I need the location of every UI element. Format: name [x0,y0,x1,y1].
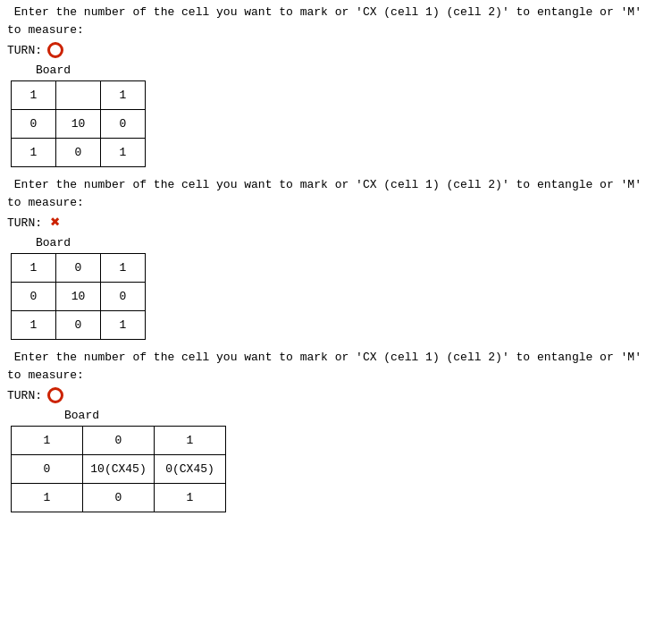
cell-1-1: 10 [56,283,101,311]
cell-2-2: 1 [101,311,146,340]
cell-1-2: 0 [101,283,146,311]
table-row: 0 10 0 [12,110,146,139]
cell-0-1: 0 [56,254,101,283]
board-section-2: Board 1 0 1 0 10 0 1 0 1 [7,236,665,340]
cell-2-1: 0 [83,484,155,512]
prompt-text-1: Enter the number of the cell you want to… [7,4,665,38]
board-table-2: 1 0 1 0 10 0 1 0 1 [11,253,146,340]
cell-0-1: 0 [83,427,155,455]
cell-2-0: 1 [12,139,56,167]
cell-1-0: 0 [12,283,56,311]
cell-2-0: 1 [12,484,83,512]
cell-0-0: 1 [12,254,56,283]
cell-1-0: 0 [12,110,56,139]
cell-0-0: 1 [12,427,83,455]
board-label-1: Board [36,63,665,77]
board-table-1: 1 1 0 10 0 1 0 1 [11,80,146,167]
turn-label-1: TURN: [7,44,42,57]
turn-label-2: TURN: [7,216,42,230]
cell-2-1: 0 [56,311,101,340]
table-row: 0 10(CX45) 0(CX45) [12,455,226,484]
turn-line-2: TURN: ✖ [7,215,665,231]
board-section-3: Board 1 0 1 0 10(CX45) 0(CX45) 1 0 1 [7,409,665,512]
cell-0-2: 1 [101,81,146,110]
turn-line-3: TURN: [7,387,665,403]
table-row: 1 0 1 [12,311,146,340]
board-table-3: 1 0 1 0 10(CX45) 0(CX45) 1 0 1 [11,426,226,512]
section-1: Enter the number of the cell you want to… [7,4,665,167]
table-row: 1 0 1 [12,427,226,455]
table-row: 1 0 1 [12,254,146,283]
table-row: 1 0 1 [12,484,226,512]
cell-1-1: 10(CX45) [83,455,155,484]
cell-1-0: 0 [12,455,83,484]
cell-2-2: 1 [101,139,146,167]
table-row: 0 10 0 [12,283,146,311]
cell-1-2: 0 [101,110,146,139]
cell-0-2: 1 [155,427,226,455]
board-label-3: Board [64,409,665,422]
board-label-2: Board [36,236,665,250]
prompt-text-3: Enter the number of the cell you want to… [7,349,665,384]
cell-2-2: 1 [155,484,226,512]
section-3: Enter the number of the cell you want to… [7,349,665,512]
turn-line-1: TURN: [7,42,665,58]
section-2: Enter the number of the cell you want to… [7,176,665,340]
cell-0-0: 1 [12,81,56,110]
cell-0-1 [56,81,101,110]
turn-label-3: TURN: [7,389,42,402]
cell-0-2: 1 [101,254,146,283]
cell-1-2: 0(CX45) [155,455,226,484]
cell-1-1: 10 [56,110,101,139]
turn-icon-x-2: ✖ [47,215,63,231]
board-section-1: Board 1 1 0 10 0 1 0 1 [7,63,665,167]
table-row: 1 1 [12,81,146,110]
prompt-text-2: Enter the number of the cell you want to… [7,176,665,211]
cell-2-0: 1 [12,311,56,340]
table-row: 1 0 1 [12,139,146,167]
turn-icon-o-1 [47,42,63,58]
turn-icon-o-3 [47,387,63,403]
cell-2-1: 0 [56,139,101,167]
